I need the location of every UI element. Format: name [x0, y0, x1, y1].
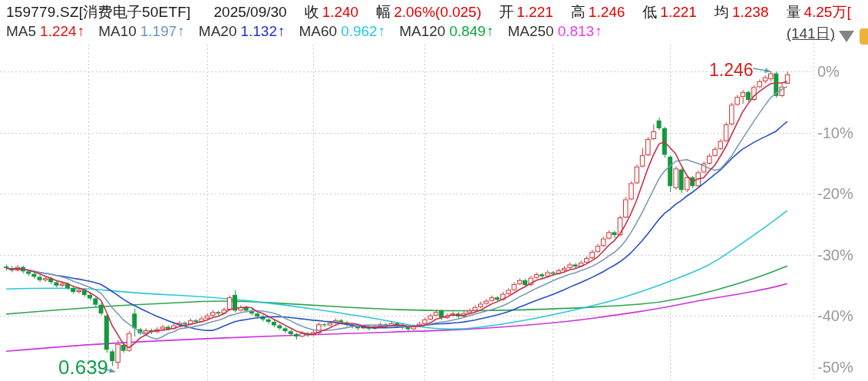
ma60-legend: MA600.962↑: [299, 23, 386, 40]
clipped-button[interactable]: [860, 28, 868, 45]
up-arrow-icon: ↑: [78, 23, 85, 39]
quote-date: 2025/09/30: [214, 4, 287, 21]
quote-header: 159779.SZ[消费电子50ETF] 2025/09/30 收1.240 幅…: [6, 2, 851, 22]
up-arrow-icon: ↑: [278, 23, 285, 39]
y-axis-label: 0%: [817, 63, 866, 81]
up-arrow-icon: ↑: [177, 23, 185, 39]
field-avg: 均1.238: [715, 2, 769, 22]
field-change: 幅2.06%(0.025): [376, 2, 481, 22]
ma5-legend: MA51.224↑: [6, 23, 84, 40]
field-volume: 量4.25万[: [786, 2, 850, 22]
ma120-legend: MA1200.849↑: [399, 23, 493, 40]
y-axis-label: -30%: [817, 247, 866, 264]
y-axis-label: -50%: [817, 359, 866, 376]
field-close: 收1.240: [305, 2, 359, 22]
candlestick-chart[interactable]: [0, 0, 868, 381]
y-axis-label: -20%: [817, 185, 866, 203]
symbol-title: 159779.SZ[消费电子50ETF]: [6, 2, 191, 22]
ma20-legend: MA201.132↑: [199, 23, 285, 40]
field-high: 高1.246: [571, 2, 625, 22]
ma250-legend: MA2500.813↑: [507, 23, 602, 40]
field-low: 低1.221: [642, 2, 697, 22]
ma-legend: MA51.224↑ MA101.197↑ MA201.132↑ MA600.96…: [6, 23, 616, 40]
up-arrow-icon: ↑: [487, 23, 494, 39]
up-arrow-icon: ↑: [595, 23, 602, 39]
high-price-label: 1.246: [709, 60, 754, 81]
dropdown-triangle-icon[interactable]: [839, 31, 854, 42]
ma10-legend: MA101.197↑: [98, 23, 185, 40]
field-open: 开1.221: [499, 2, 553, 22]
up-arrow-icon: ↑: [378, 23, 386, 39]
period-selector[interactable]: (141日): [787, 24, 835, 44]
y-axis-label: -10%: [817, 124, 866, 142]
y-axis-label: -40%: [817, 307, 866, 325]
low-price-label: 0.639: [58, 356, 108, 379]
stock-chart-window: { "header": { "symbol": "159779.SZ[消费电子5…: [0, 0, 868, 381]
